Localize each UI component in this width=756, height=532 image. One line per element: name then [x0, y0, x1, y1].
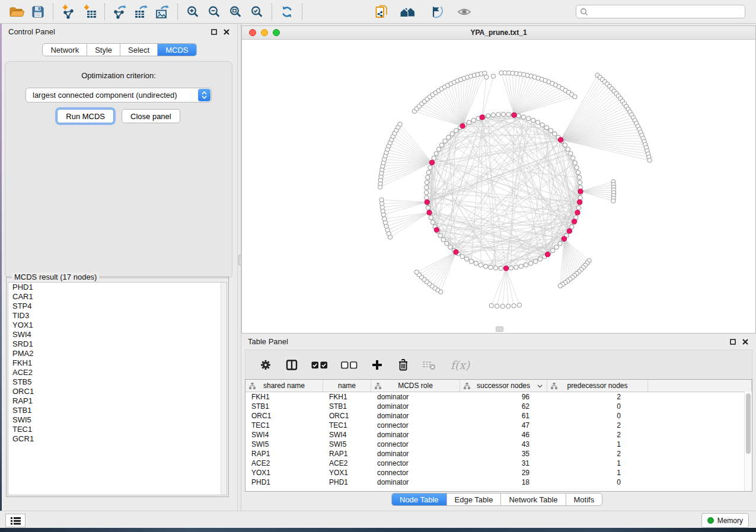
node[interactable] [578, 180, 582, 184]
column-header-name[interactable]: name [323, 380, 371, 392]
deselect-all-unchecked-icon[interactable] [339, 357, 359, 373]
node[interactable] [424, 185, 428, 190]
dominator-node[interactable] [545, 252, 550, 257]
dominator-node[interactable] [567, 229, 572, 233]
tab-motifs[interactable]: Motifs [566, 493, 602, 505]
tab-edge-table[interactable]: Edge Table [447, 493, 502, 505]
node[interactable] [558, 284, 562, 288]
node[interactable] [521, 115, 525, 119]
node[interactable] [434, 152, 438, 156]
close-panel-button[interactable]: Close panel [122, 109, 180, 123]
node[interactable] [509, 266, 513, 270]
node[interactable] [571, 156, 575, 160]
satellite-nodes[interactable] [378, 70, 652, 308]
float-panel-icon[interactable] [210, 28, 218, 36]
node[interactable] [398, 122, 402, 126]
network-titlebar[interactable]: YPA_prune.txt_1 [242, 26, 755, 40]
export-table-icon[interactable] [130, 2, 152, 21]
node[interactable] [443, 139, 447, 143]
table-scrollbar-thumb[interactable] [746, 393, 751, 454]
node[interactable] [414, 270, 419, 274]
node[interactable] [563, 143, 567, 147]
mcds-node-item[interactable]: STB1 [8, 406, 227, 415]
node[interactable] [493, 266, 497, 270]
mcds-node-item[interactable]: SRD1 [8, 339, 227, 349]
node[interactable] [550, 248, 554, 252]
splitter-handle-horizontal[interactable] [496, 326, 503, 332]
node[interactable] [578, 196, 582, 200]
node[interactable] [436, 147, 441, 151]
dominator-node[interactable] [425, 200, 429, 204]
maximize-window-icon[interactable] [273, 29, 280, 36]
table-row[interactable]: PHD1PHD1dominator180 [245, 477, 752, 487]
node[interactable] [474, 261, 478, 265]
mcds-node-item[interactable]: STP4 [8, 302, 227, 311]
node[interactable] [438, 233, 442, 238]
column-header-successor-nodes[interactable]: successor nodes [460, 380, 547, 392]
dominator-node[interactable] [578, 200, 582, 204]
mcds-list-scrollbar[interactable] [221, 283, 227, 495]
mcds-node-item[interactable]: ORC1 [8, 387, 227, 396]
dominator-node[interactable] [562, 236, 566, 241]
node[interactable] [491, 74, 495, 78]
node[interactable] [533, 259, 537, 263]
mcds-node-item[interactable]: SWI5 [8, 415, 227, 425]
node[interactable] [514, 265, 518, 270]
zoom-fit-icon[interactable] [225, 2, 246, 21]
export-network-icon[interactable] [109, 2, 130, 21]
column-header-predecessor-nodes[interactable]: predecessor nodes [547, 380, 648, 392]
node[interactable] [467, 120, 471, 124]
node[interactable] [479, 263, 483, 267]
node[interactable] [544, 126, 548, 130]
run-mcds-button[interactable]: Run MCDS [57, 109, 114, 123]
node[interactable] [491, 113, 495, 117]
table-row[interactable]: ACE2ACE2connector311 [245, 459, 752, 468]
search-input[interactable] [591, 7, 741, 17]
node[interactable] [496, 113, 500, 117]
node[interactable] [499, 266, 503, 270]
panel-splitter-vertical[interactable] [237, 24, 241, 511]
settings-gear-icon[interactable] [257, 357, 274, 373]
node[interactable] [382, 217, 387, 221]
node[interactable] [540, 123, 544, 127]
select-all-checked-icon[interactable] [310, 357, 330, 373]
mcds-node-item[interactable]: PMA2 [8, 349, 227, 358]
node[interactable] [486, 114, 490, 118]
node[interactable] [495, 304, 499, 308]
tab-network-table[interactable]: Network Table [501, 493, 566, 505]
mcds-node-item[interactable]: FKH1 [8, 358, 227, 368]
node[interactable] [573, 95, 577, 99]
node[interactable] [506, 113, 511, 117]
save-session-icon[interactable] [27, 2, 49, 21]
table-scrollbar[interactable] [744, 392, 752, 491]
task-history-button[interactable] [5, 514, 25, 527]
open-file-icon[interactable] [6, 2, 27, 21]
node[interactable] [529, 261, 533, 265]
tab-network[interactable]: Network [43, 44, 87, 56]
node[interactable] [430, 220, 435, 225]
import-table-icon[interactable] [79, 2, 100, 21]
node[interactable] [445, 241, 449, 245]
node[interactable] [554, 245, 559, 249]
node[interactable] [573, 161, 577, 165]
dominator-node[interactable] [559, 137, 563, 142]
node[interactable] [566, 147, 570, 151]
node[interactable] [506, 304, 510, 308]
node[interactable] [428, 165, 432, 169]
node[interactable] [558, 241, 562, 245]
table-row[interactable]: SWI4SWI4dominator462 [245, 430, 752, 440]
node[interactable] [553, 132, 557, 136]
node[interactable] [426, 206, 430, 210]
export-image-icon[interactable] [152, 2, 173, 21]
show-hidden-eye-icon[interactable] [454, 2, 475, 21]
node[interactable] [448, 245, 452, 249]
node[interactable] [500, 304, 505, 308]
mcds-node-item[interactable]: RAP1 [8, 396, 227, 406]
tab-select[interactable]: Select [120, 44, 158, 56]
node[interactable] [460, 254, 464, 258]
mcds-node-item[interactable]: YOX1 [8, 321, 227, 330]
add-column-icon[interactable] [369, 357, 385, 373]
table-row[interactable]: YOX1YOX1connector291 [245, 468, 752, 477]
node[interactable] [429, 216, 433, 220]
node[interactable] [454, 129, 458, 133]
